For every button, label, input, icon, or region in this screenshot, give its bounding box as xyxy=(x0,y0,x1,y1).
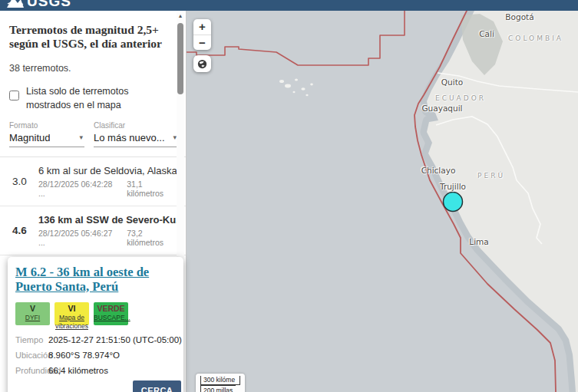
earthquake-count: 38 terremotos. xyxy=(9,63,186,74)
city-label-quito: Quito xyxy=(441,77,463,87)
sort-label: Clasificar xyxy=(94,121,178,130)
earthquake-list-item[interactable]: 3.0 6 km al sur de Seldovia, Alaska 28/1… xyxy=(0,157,186,206)
city-label-cali: Cali xyxy=(479,29,494,38)
map-base-layer xyxy=(187,11,578,392)
usgs-header: USGS xyxy=(0,0,578,11)
city-label-guayaquil: Guayaquil xyxy=(421,104,462,113)
magnitude-value: 4.6 xyxy=(12,225,37,236)
country-label-ecuador: ECUADOR xyxy=(435,94,486,102)
globe-icon xyxy=(197,58,208,70)
shakemap-badge[interactable]: VI Mapa de vibraciones xyxy=(54,302,89,325)
scrollbar-thumb[interactable] xyxy=(177,23,183,94)
scale-kilometers: 300 kilóme xyxy=(200,376,240,385)
info-label: Tiempo xyxy=(15,335,43,344)
quake-depth: 31,1 kilómetros xyxy=(127,180,178,198)
badge-label: BUSCAPE... xyxy=(94,314,128,322)
info-value: 66,4 kilómetros xyxy=(48,366,108,375)
quake-time: 28/12/2025 05:46:27 ... xyxy=(38,229,116,247)
quake-depth: 73,2 kilómetros xyxy=(127,229,178,247)
pager-badge[interactable]: VERDE BUSCAPE... xyxy=(94,302,128,325)
event-info: Tiempo 2025-12-27 21:51:50 (UTC-05:00) U… xyxy=(15,335,176,381)
earthquake-marker[interactable] xyxy=(444,193,463,212)
country-label-colombia: COLOMBIA xyxy=(508,35,563,42)
badge-value: VI xyxy=(54,304,89,314)
scale-miles: 200 millas xyxy=(200,385,236,392)
info-label: Ubicación xyxy=(15,351,52,360)
city-label-bogota: Bogotá xyxy=(505,12,533,21)
format-value: Magnitud xyxy=(9,132,50,143)
quake-title: 6 km al sur de Seldovia, Alaska xyxy=(38,165,178,176)
badge-value: VERDE xyxy=(94,304,128,314)
caret-down-icon: ▾ xyxy=(79,133,83,141)
badge-label: Mapa de vibraciones xyxy=(54,314,89,330)
city-label-lima: Lima xyxy=(469,237,488,246)
usgs-logo[interactable]: USGS xyxy=(6,0,71,10)
info-row-depth: Profundidad 66,4 kilómetros xyxy=(15,366,176,381)
earthquake-detail-popup: M 6.2 - 36 km al oeste de Puerto Santa, … xyxy=(8,257,183,392)
dyfi-badge[interactable]: V DYFI xyxy=(15,302,50,325)
quake-info: 6 km al sur de Seldovia, Alaska 28/12/20… xyxy=(38,165,178,198)
usgs-earthquake-app: USGS Terremotos de magnitud 2,5+ según e… xyxy=(0,0,578,392)
quake-meta: 28/12/2025 05:46:27 ... 73,2 kilómetros xyxy=(38,229,178,247)
filter-checkbox-row: Lista solo de terremotos mostrados en el… xyxy=(9,84,163,112)
quake-time: 28/12/2025 06:42:28 ... xyxy=(38,180,116,198)
close-popup-button[interactable]: CERCA xyxy=(133,380,181,392)
quake-title: 136 km al SSW de Severo-Ku... xyxy=(38,214,178,226)
earthquake-list: 3.0 6 km al sur de Seldovia, Alaska 28/1… xyxy=(0,156,186,255)
sort-select[interactable]: Lo más nuevo... ▾ xyxy=(94,130,178,147)
filter-checkbox-label: Lista solo de terremotos mostrados en el… xyxy=(26,84,163,112)
list-controls: Formato Magnitud ▾ Clasificar Lo más nue… xyxy=(9,121,186,147)
zoom-control: + − xyxy=(193,19,211,50)
magnitude-value: 3.0 xyxy=(12,176,37,187)
badge-value: V xyxy=(15,304,50,314)
format-select-group: Formato Magnitud ▾ xyxy=(9,121,84,147)
globe-view-button[interactable] xyxy=(193,55,211,72)
event-detail-link[interactable]: M 6.2 - 36 km al oeste de Puerto Santa, … xyxy=(15,265,176,294)
info-value: 8.960°S 78.974°O xyxy=(48,351,120,360)
sort-value: Lo más nuevo... xyxy=(94,132,165,143)
map-scale: 300 kilóme 200 millas xyxy=(196,374,245,392)
page-title: Terremotos de magnitud 2,5+ según el USG… xyxy=(9,23,169,51)
info-row-location: Ubicación 8.960°S 78.974°O xyxy=(15,351,176,366)
format-label: Formato xyxy=(9,121,84,130)
zoom-out-button[interactable]: − xyxy=(193,35,211,50)
earthquake-list-item[interactable]: 4.6 136 km al SSW de Severo-Ku... 28/12/… xyxy=(0,206,186,255)
usgs-wave-icon xyxy=(6,0,25,9)
impact-badges: V DYFI VI Mapa de vibraciones VERDE BUSC… xyxy=(15,302,176,325)
country-label-peru: PERÚ xyxy=(477,172,505,180)
scrollbar-up-icon[interactable]: ▲ xyxy=(177,12,184,20)
quake-info: 136 km al SSW de Severo-Ku... 28/12/2025… xyxy=(38,214,178,247)
badge-label: DYFI xyxy=(15,314,50,322)
map-canvas[interactable]: Bogotá Cali COLOMBIA Quito ECUADOR Guaya… xyxy=(187,11,578,392)
sort-select-group: Clasificar Lo más nuevo... ▾ xyxy=(94,121,178,147)
info-value: 2025-12-27 21:51:50 (UTC-05:00) xyxy=(48,335,182,344)
zoom-in-button[interactable]: + xyxy=(193,19,211,35)
info-row-time: Tiempo 2025-12-27 21:51:50 (UTC-05:00) xyxy=(15,335,176,351)
sidebar: Terremotos de magnitud 2,5+ según el USG… xyxy=(0,11,187,392)
format-select[interactable]: Magnitud ▾ xyxy=(9,130,84,147)
quake-meta: 28/12/2025 06:42:28 ... 31,1 kilómetros xyxy=(38,180,178,198)
usgs-brand-text: USGS xyxy=(27,0,71,10)
city-label-chiclayo: Chiclayo xyxy=(421,166,456,175)
city-label-trujillo: Trujillo xyxy=(440,182,466,191)
map-filter-checkbox[interactable] xyxy=(9,91,19,100)
